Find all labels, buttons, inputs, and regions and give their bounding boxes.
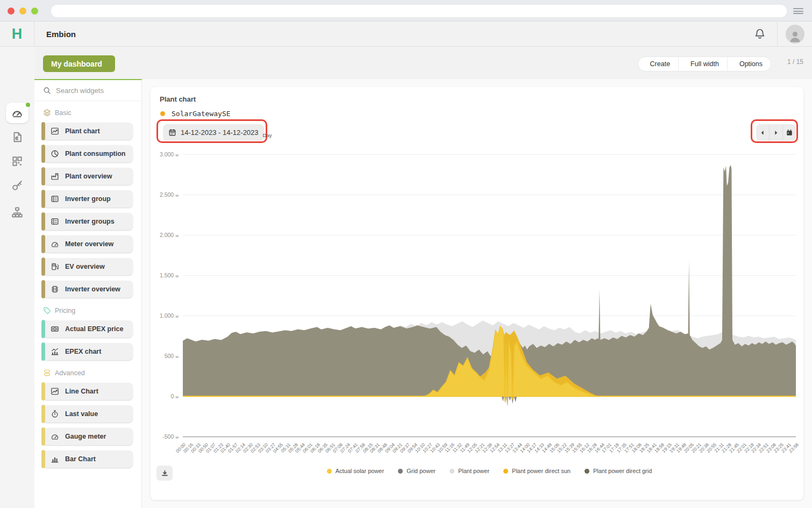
widget-item-label: Actual EPEX price xyxy=(65,325,123,333)
options-button[interactable]: Options xyxy=(727,57,771,71)
legend-dot-icon xyxy=(398,469,403,474)
item-accent xyxy=(41,122,45,140)
logo-h: H xyxy=(12,27,23,41)
widget-item-plant-consumption[interactable]: Plant consumption xyxy=(43,145,133,162)
widget-item-meter-overview[interactable]: Meter overview xyxy=(43,235,133,253)
widget-item-bar-chart[interactable]: Bar Chart xyxy=(43,450,133,468)
org-selector[interactable]: Embion xyxy=(42,22,80,46)
legend-item-grid-power[interactable]: Grid power xyxy=(398,468,436,474)
download-chart-button[interactable] xyxy=(156,466,173,481)
item-accent xyxy=(41,257,45,276)
widget-item-plant-overview[interactable]: Plant overview xyxy=(43,168,133,185)
widget-panel: BasicPlant chartPlant consumptionPlant o… xyxy=(34,79,142,508)
item-accent xyxy=(41,212,45,231)
person-icon xyxy=(788,29,802,44)
legend-dot-icon xyxy=(585,469,589,474)
header-divider xyxy=(777,22,778,46)
full-width-label: Full width xyxy=(690,60,719,68)
y-axis-label--500: -500w xyxy=(151,433,179,440)
page-indicator-value: 1 / 15 xyxy=(787,58,803,66)
legend-label: Plant power direct grid xyxy=(593,468,652,474)
download-icon xyxy=(161,469,169,477)
item-accent xyxy=(41,450,45,468)
legend-item-actual-solar-power[interactable]: Actual solar power xyxy=(327,468,384,474)
org-name: Embion xyxy=(46,30,76,39)
dashboard-selector-button[interactable]: My dashboard xyxy=(43,55,115,72)
factory-icon xyxy=(51,172,59,181)
legend-item-plant-power-direct-grid[interactable]: Plant power direct grid xyxy=(585,468,652,474)
previous-period-button[interactable] xyxy=(756,124,769,141)
url-bar[interactable] xyxy=(51,5,787,17)
date-range-mode: Day xyxy=(263,132,272,141)
legend-item-plant-power[interactable]: Plant power xyxy=(450,468,489,474)
window-zoom-button[interactable] xyxy=(31,8,38,15)
chart-legend: Actual solar powerGrid powerPlant powerP… xyxy=(183,468,796,474)
widget-item-actual-epex-price[interactable]: Actual EPEX price xyxy=(43,320,133,338)
full-width-button[interactable]: Full width xyxy=(678,57,727,71)
y-axis-label-2500: 2.500w xyxy=(151,191,179,198)
source-dot-icon xyxy=(160,111,165,116)
app-logo[interactable]: H xyxy=(0,22,34,46)
widget-item-plant-chart[interactable]: Plant chart xyxy=(43,123,133,140)
section-header-pricing: Pricing xyxy=(43,306,133,314)
line-chart-icon xyxy=(51,387,59,396)
item-accent xyxy=(41,382,45,400)
y-axis-label-1500: 1.500w xyxy=(151,272,179,278)
browser-menu-icon[interactable] xyxy=(793,8,803,14)
caret-right-icon xyxy=(772,129,780,137)
date-range-label: 14-12-2023 - 14-12-2023 xyxy=(181,128,259,137)
legend-label: Grid power xyxy=(407,468,436,474)
calendar-jump-button[interactable] xyxy=(782,124,796,141)
annotation-box-date-range: 14-12-2023 - 14-12-2023 Day xyxy=(156,119,267,143)
y-axis-label-2000: 2.000w xyxy=(151,232,179,238)
item-accent xyxy=(41,427,45,446)
options-label: Options xyxy=(739,60,763,68)
caret-left-icon xyxy=(759,129,766,137)
window-close-button[interactable] xyxy=(8,8,15,15)
toolbar-button-group: Create Full width Options xyxy=(638,56,771,71)
sidebar-item-billing[interactable] xyxy=(6,127,29,147)
legend-dot-icon xyxy=(503,469,508,474)
widget-item-inverter-groups[interactable]: Inverter groups xyxy=(43,213,133,230)
meter-icon xyxy=(51,432,59,441)
sidebar-item-widgets[interactable] xyxy=(6,151,29,171)
widget-item-epex-chart[interactable]: EPEX chart xyxy=(43,343,133,360)
y-axis-label-0: 0w xyxy=(151,393,179,399)
tag-icon xyxy=(43,306,51,314)
y-axis-label-500: 500w xyxy=(151,353,179,359)
user-avatar[interactable] xyxy=(786,25,804,44)
dashboard-toolbar: My dashboard Create Full width Options 1… xyxy=(34,47,812,79)
widget-search xyxy=(34,80,141,101)
widget-item-inverter-group[interactable]: Inverter group xyxy=(43,190,133,208)
item-accent xyxy=(41,235,45,253)
widget-item-ev-overview[interactable]: EV overview xyxy=(43,258,133,275)
widget-item-line-chart[interactable]: Line Chart xyxy=(43,383,133,400)
stack-icon xyxy=(43,369,51,377)
notifications-bell-icon[interactable] xyxy=(754,28,766,40)
widget-item-label: Gauge meter xyxy=(65,433,106,440)
date-nav-group xyxy=(756,124,796,141)
widget-item-last-value[interactable]: Last value xyxy=(43,405,133,423)
widget-item-label: Inverter overview xyxy=(65,285,120,293)
next-period-button[interactable] xyxy=(769,124,782,141)
sidebar-item-dashboard[interactable] xyxy=(6,103,29,123)
create-button[interactable]: Create xyxy=(638,57,679,71)
calendar-icon xyxy=(168,128,176,137)
date-range-picker[interactable]: 14-12-2023 - 14-12-2023 Day xyxy=(163,124,264,141)
item-accent xyxy=(41,280,45,298)
search-input[interactable] xyxy=(56,87,131,95)
icon-sidebar xyxy=(0,47,34,508)
sidebar-item-sites[interactable] xyxy=(6,202,29,223)
chart-area-grid-power xyxy=(183,397,796,406)
legend-item-plant-power-direct-sun[interactable]: Plant power direct sun xyxy=(503,468,571,474)
main-content: Plant chart SolarGatewaySE 14-12-2023 - … xyxy=(142,79,812,508)
sidebar-item-access[interactable] xyxy=(6,175,29,196)
list-icon xyxy=(51,195,59,203)
ev-charger-icon xyxy=(51,262,59,271)
widget-item-label: Inverter groups xyxy=(65,218,115,225)
widget-section-pricing: PricingActual EPEX priceEPEX chart xyxy=(43,306,133,360)
window-minimize-button[interactable] xyxy=(19,8,26,15)
meter-icon xyxy=(51,240,59,248)
widget-item-inverter-overview[interactable]: Inverter overview xyxy=(43,281,133,298)
widget-item-gauge-meter[interactable]: Gauge meter xyxy=(43,428,133,445)
